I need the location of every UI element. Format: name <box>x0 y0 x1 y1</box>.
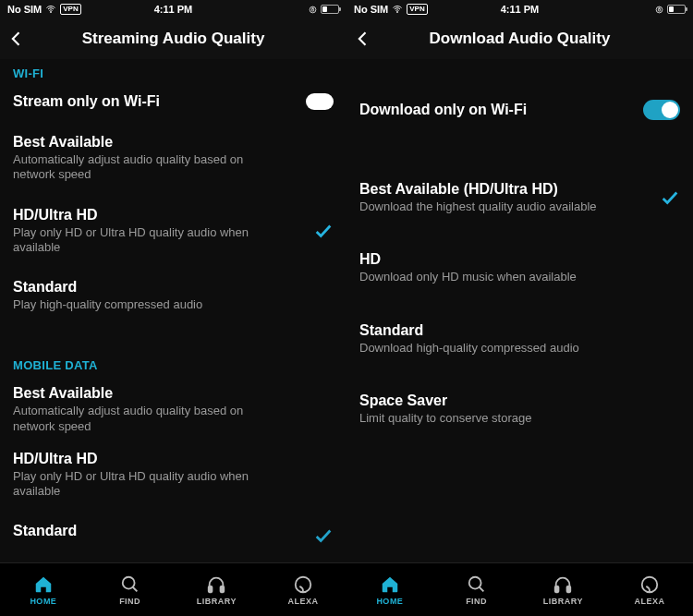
stream-only-wifi-label: Stream only on Wi-Fi <box>13 93 160 110</box>
wifi-icon <box>392 4 403 15</box>
nav-alexa[interactable]: ALEXA <box>260 563 346 616</box>
download-only-wifi-label: Download only on Wi-Fi <box>359 102 527 118</box>
option-title: Standard <box>13 523 77 539</box>
orientation-lock-icon <box>655 6 663 14</box>
mobile-hd-ultra-hd[interactable]: HD/Ultra HD Play only HD or Ultra HD qua… <box>13 451 334 500</box>
option-sub: Download only HD music when available <box>359 270 577 284</box>
mobile-best-available[interactable]: Best Available Automatically adjust audi… <box>13 385 334 434</box>
nav-label: FIND <box>119 597 140 606</box>
svg-point-8 <box>397 12 398 13</box>
option-title: HD/Ultra HD <box>13 207 281 223</box>
option-title: Space Saver <box>359 393 531 409</box>
clock: 4:11 PM <box>501 4 540 15</box>
svg-point-0 <box>51 12 52 13</box>
svg-line-4 <box>132 586 137 591</box>
carrier-label: No SIM <box>7 4 42 15</box>
vpn-badge: VPN <box>407 4 427 15</box>
home-icon <box>379 574 401 595</box>
orientation-lock-icon <box>309 6 317 14</box>
back-button[interactable] <box>6 28 28 50</box>
headphones-icon <box>205 574 227 595</box>
status-bar: No SIM VPN 4:11 PM <box>0 0 346 18</box>
option-title: Best Available <box>13 385 281 402</box>
nav-label: ALEXA <box>288 597 319 606</box>
svg-point-3 <box>122 576 134 588</box>
svg-rect-6 <box>221 586 225 591</box>
alexa-icon <box>638 574 661 595</box>
option-title: HD <box>359 251 577 268</box>
option-sub: Automatically adjust audio quality based… <box>13 404 281 434</box>
dl-hd[interactable]: HD Download only HD music when available <box>359 251 680 284</box>
mobile-standard[interactable]: Standard <box>13 523 334 539</box>
wifi-icon <box>45 4 56 15</box>
chevron-left-icon <box>354 30 372 48</box>
nav-find[interactable]: FIND <box>433 563 520 616</box>
nav-library[interactable]: LIBRARY <box>174 563 261 616</box>
nav-label: ALEXA <box>635 597 665 606</box>
svg-point-11 <box>468 576 480 588</box>
battery-icon <box>667 5 686 14</box>
option-title: Standard <box>13 279 202 296</box>
stream-only-wifi-row[interactable]: Stream only on Wi-Fi <box>13 93 334 110</box>
section-mobile-header: MOBILE DATA <box>13 358 334 372</box>
option-sub: Play only HD or Ultra HD quality audio w… <box>13 225 281 256</box>
battery-icon <box>321 5 339 14</box>
option-title: Best Available <box>13 134 281 151</box>
nav-home[interactable]: HOME <box>346 563 433 616</box>
wifi-best-available[interactable]: Best Available Automatically adjust audi… <box>13 134 334 183</box>
wifi-hd-ultra-hd[interactable]: HD/Ultra HD Play only HD or Ultra HD qua… <box>13 207 334 256</box>
stream-only-wifi-toggle[interactable] <box>306 93 334 110</box>
status-bar: No SIM VPN 4:11 PM <box>346 0 693 18</box>
nav-label: HOME <box>30 597 56 606</box>
option-sub: Play only HD or Ultra HD quality audio w… <box>13 469 281 500</box>
alexa-icon <box>292 574 314 595</box>
search-icon <box>119 574 141 595</box>
check-icon <box>660 187 680 208</box>
nav-find[interactable]: FIND <box>87 563 174 616</box>
nav-library[interactable]: LIBRARY <box>520 563 607 616</box>
option-sub: Limit quality to conserve storage <box>359 411 531 426</box>
wifi-standard[interactable]: Standard Play high-quality compressed au… <box>13 279 334 312</box>
clock: 4:11 PM <box>154 4 193 15</box>
nav-label: FIND <box>466 597 487 606</box>
option-sub: Automatically adjust audio quality based… <box>13 152 281 183</box>
bottom-nav: HOME FIND LIBRARY ALEXA <box>0 562 346 616</box>
nav-label: LIBRARY <box>543 597 583 606</box>
bottom-nav: HOME FIND LIBRARY ALEXA <box>346 562 693 616</box>
nav-label: LIBRARY <box>197 597 237 606</box>
svg-rect-13 <box>555 586 559 591</box>
option-sub: Download high-quality compressed audio <box>359 341 579 356</box>
option-title: Standard <box>359 322 579 339</box>
search-icon <box>466 574 488 595</box>
content-streaming: WI-FI Stream only on Wi-Fi Best Availabl… <box>0 59 346 562</box>
nav-alexa[interactable]: ALEXA <box>606 563 693 616</box>
check-icon <box>313 221 334 241</box>
svg-rect-10 <box>658 8 660 10</box>
page-title: Streaming Audio Quality <box>82 30 265 48</box>
dl-space-saver[interactable]: Space Saver Limit quality to conserve st… <box>359 393 680 426</box>
option-sub: Download the highest quality audio avail… <box>359 199 597 214</box>
headphones-icon <box>552 574 574 595</box>
phone-download: No SIM VPN 4:11 PM Download Audio Qualit… <box>346 0 693 616</box>
back-button[interactable] <box>352 28 374 50</box>
nav-label: HOME <box>376 597 403 606</box>
download-only-wifi-row[interactable]: Download only on Wi-Fi <box>359 100 680 120</box>
option-title: Best Available (HD/Ultra HD) <box>359 181 597 198</box>
section-wifi-header: WI-FI <box>13 66 334 80</box>
svg-line-12 <box>479 586 483 591</box>
download-only-wifi-toggle[interactable] <box>643 100 680 120</box>
home-icon <box>32 574 55 595</box>
header: Streaming Audio Quality <box>0 18 346 59</box>
vpn-badge: VPN <box>60 4 80 15</box>
dl-best-available[interactable]: Best Available (HD/Ultra HD) Download th… <box>359 181 680 214</box>
option-title: HD/Ultra HD <box>13 451 281 467</box>
page-title: Download Audio Quality <box>430 30 611 48</box>
check-icon <box>313 525 334 546</box>
nav-home[interactable]: HOME <box>0 563 87 616</box>
svg-rect-2 <box>311 8 313 10</box>
dl-standard[interactable]: Standard Download high-quality compresse… <box>359 322 680 356</box>
option-sub: Play high-quality compressed audio <box>13 297 202 312</box>
chevron-left-icon <box>7 30 26 48</box>
content-download: Download only on Wi-Fi Best Available (H… <box>346 59 693 562</box>
svg-rect-5 <box>209 586 213 591</box>
